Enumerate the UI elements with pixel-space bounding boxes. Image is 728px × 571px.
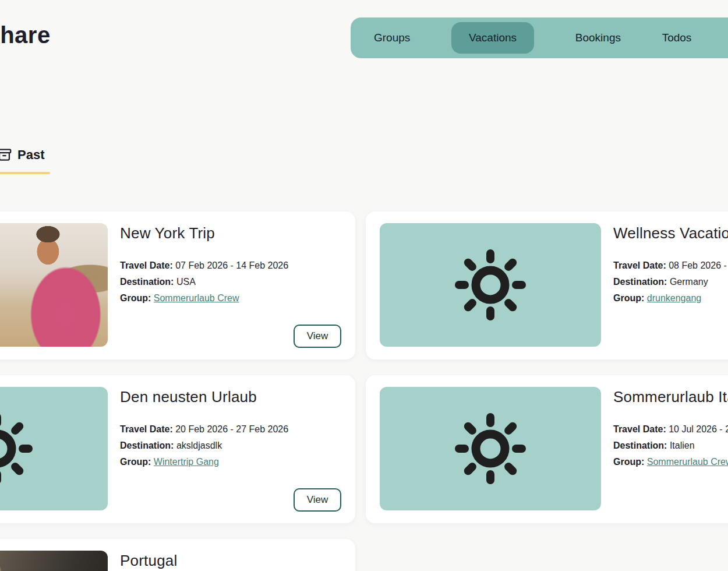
vacation-details: Travel Date: 10 Jul 2026 - 20 Jul 2026 D… — [613, 421, 728, 470]
vacation-title: Portugal — [120, 552, 177, 570]
travel-date-label: Travel Date: — [120, 260, 173, 270]
nav-item-todos[interactable]: Todos — [662, 31, 692, 44]
destination-value: USA — [176, 277, 196, 287]
travel-date-value: 10 Jul 2026 - 20 Jul 2026 — [669, 424, 728, 434]
vacation-title: Sommerurlaub Italien — [613, 388, 728, 406]
destination-label: Destination: — [613, 277, 667, 287]
vacation-title: Den neusten Urlaub — [120, 388, 288, 406]
destination-label: Destination: — [120, 277, 174, 287]
vacation-photo-friends-beach — [0, 223, 108, 347]
vacation-image-placeholder — [380, 223, 601, 347]
destination-label: Destination: — [120, 440, 174, 450]
nav-item-vacations[interactable]: Vacations — [451, 22, 534, 54]
tab-active-underline — [0, 172, 50, 174]
travel-date-label: Travel Date: — [613, 424, 666, 434]
group-label: Group: — [613, 293, 644, 303]
vacation-image-placeholder — [380, 387, 601, 510]
group-label: Group: — [613, 457, 644, 467]
vacation-photo-portugal — [0, 551, 108, 571]
destination-label: Destination: — [613, 440, 667, 450]
sun-icon — [0, 408, 38, 489]
destination-value: aksldjasdlk — [176, 440, 222, 450]
sun-icon — [450, 408, 531, 489]
tab-past-label: Past — [17, 147, 44, 163]
vacation-details: Travel Date: 08 Feb 2026 - 21 Feb 2026 D… — [613, 258, 728, 306]
group-label: Group: — [120, 293, 151, 303]
group-link[interactable]: Sommerurlaub Crew — [647, 457, 728, 467]
destination-value: Germany — [670, 277, 708, 287]
vacation-card-portugal: Portugal — [0, 539, 355, 571]
vacation-card-new-york: New York Trip Travel Date: 07 Feb 2026 -… — [0, 212, 355, 359]
sun-icon — [450, 244, 531, 326]
group-label: Group: — [120, 457, 151, 467]
travel-date-value: 08 Feb 2026 - 21 Feb 2026 — [669, 260, 728, 270]
nav-item-groups[interactable]: Groups — [374, 31, 410, 44]
vacation-image-placeholder — [0, 387, 108, 510]
vacation-card-body: Wellness Vacation Travel Date: 08 Feb 20… — [613, 223, 728, 348]
tab-past[interactable]: Past — [0, 147, 44, 163]
vacation-card-sommerurlaub: Sommerurlaub Italien Travel Date: 10 Jul… — [366, 375, 728, 523]
vacation-card-wellness: Wellness Vacation Travel Date: 08 Feb 20… — [366, 212, 728, 359]
destination-value: Italien — [670, 440, 695, 450]
travel-date-value: 20 Feb 2026 - 27 Feb 2026 — [175, 424, 288, 434]
vacation-card-body: Portugal — [120, 551, 177, 571]
nav-item-bookings[interactable]: Bookings — [575, 31, 621, 44]
vacation-card-body: New York Trip Travel Date: 07 Feb 2026 -… — [120, 223, 288, 348]
view-button[interactable]: View — [294, 488, 341, 512]
app-logo[interactable]: Share — [0, 22, 51, 48]
travel-date-value: 07 Feb 2026 - 14 Feb 2026 — [175, 260, 288, 270]
travel-date-label: Travel Date: — [120, 424, 173, 434]
travel-date-label: Travel Date: — [613, 260, 666, 270]
archive-icon — [0, 147, 12, 163]
vacation-details: Travel Date: 20 Feb 2026 - 27 Feb 2026 D… — [120, 421, 288, 470]
group-link[interactable]: Sommerurlaub Crew — [154, 293, 239, 303]
group-link[interactable]: drunkengang — [647, 293, 701, 303]
vacation-details: Travel Date: 07 Feb 2026 - 14 Feb 2026 D… — [120, 258, 288, 306]
vacation-card-den-neusten: Den neusten Urlaub Travel Date: 20 Feb 2… — [0, 375, 355, 523]
vacation-card-body: Sommerurlaub Italien Travel Date: 10 Jul… — [613, 387, 728, 512]
main-nav: Groups Vacations Bookings Todos Profile — [351, 17, 728, 58]
view-button[interactable]: View — [294, 325, 341, 348]
vacation-card-body: Den neusten Urlaub Travel Date: 20 Feb 2… — [120, 387, 288, 512]
vacation-grid: New York Trip Travel Date: 07 Feb 2026 -… — [0, 212, 728, 571]
vacation-title: Wellness Vacation — [613, 224, 728, 242]
group-link[interactable]: Wintertrip Gang — [154, 457, 219, 467]
vacation-title: New York Trip — [120, 224, 288, 242]
